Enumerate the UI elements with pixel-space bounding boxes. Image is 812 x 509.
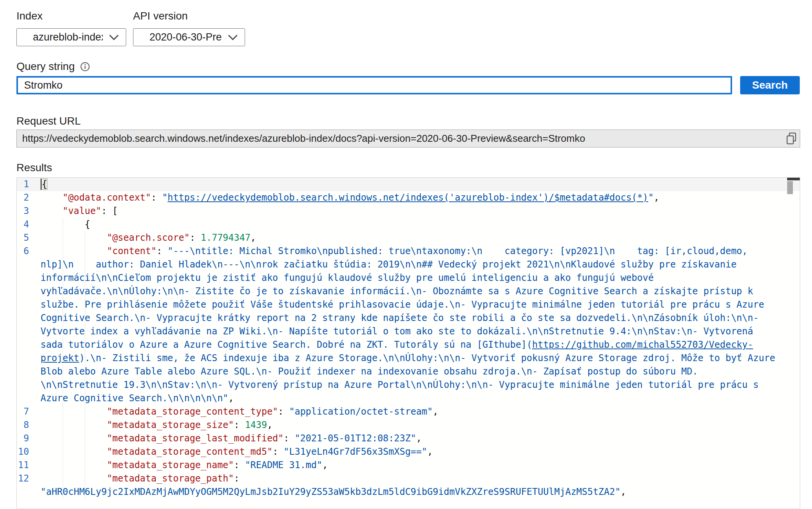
code-token: , <box>228 393 234 404</box>
search-button[interactable]: Search <box>740 76 800 94</box>
index-select-value: azureblob-index <box>33 31 103 43</box>
code-token: : <box>278 406 289 417</box>
code-token: "README 31.md" <box>245 460 322 470</box>
line-number: 7 <box>17 405 41 418</box>
code-line: 10 "metadata_storage_content_md5": "L31y… <box>17 445 800 459</box>
code-line: 5 "@search.score": 1.7794347, <box>17 231 800 245</box>
code-token: "metadata_storage_name" <box>107 460 234 470</box>
code-token: : <box>234 460 245 470</box>
code-token: "value" <box>63 206 101 216</box>
code-content: "metadata_storage_last_modified": "2021-… <box>41 432 800 445</box>
line-number: 11 <box>17 459 41 472</box>
code-line: 9 "metadata_storage_last_modified": "202… <box>17 432 800 445</box>
code-token: "application/octet-stream" <box>289 406 433 417</box>
api-version-select[interactable]: 2020-06-30-Pre... <box>133 28 245 46</box>
code-token: : <box>156 246 167 256</box>
results-editor[interactable]: 1{2 "@odata.context": "https://vedeckyde… <box>16 177 800 509</box>
code-token: { <box>85 219 90 230</box>
code-token: "@odata.context" <box>63 192 151 203</box>
copy-icon <box>786 132 797 145</box>
code-token: "2021-05-01T12:08:23Z" <box>295 433 416 444</box>
request-url-label: Request URL <box>16 115 81 127</box>
code-token: "metadata_storage_path" <box>107 473 234 484</box>
code-line: 2 "@odata.context": "https://vedeckydemo… <box>17 191 800 204</box>
code-token: , <box>427 446 432 457</box>
code-token: "content" <box>107 246 156 256</box>
query-string-label: Query string <box>16 60 75 73</box>
request-url-text: https://vedeckydemoblob.search.windows.n… <box>17 133 783 144</box>
code-token: "---\ntitle: Michal Stromko\npublished: … <box>41 246 770 350</box>
code-line: 8 "metadata_storage_size": 1439, <box>17 418 800 432</box>
query-input[interactable] <box>16 76 732 94</box>
scrollbar-thumb[interactable] <box>787 181 793 194</box>
info-icon[interactable] <box>80 62 90 71</box>
code-token: , <box>267 420 272 430</box>
code-content: "@search.score": 1.7794347, <box>41 231 800 245</box>
code-line: 3 "value": [ <box>17 204 800 218</box>
code-content: "metadata_storage_content_type": "applic… <box>41 405 800 418</box>
code-token: : <box>234 473 245 484</box>
line-number: 9 <box>17 432 41 445</box>
line-number: 2 <box>17 191 41 204</box>
code-token: : <box>273 446 284 457</box>
code-token: "metadata_storage_content_type" <box>107 406 278 417</box>
line-number: 1 <box>17 178 41 191</box>
code-content: "metadata_storage_size": 1439, <box>41 418 800 432</box>
code-line: 6 "content": "---\ntitle: Michal Stromko… <box>17 245 800 405</box>
api-version-label: API version <box>133 10 188 22</box>
code-link[interactable]: https://vedeckydemoblob.search.windows.n… <box>167 192 648 203</box>
index-label: Index <box>16 10 43 22</box>
request-url-bar[interactable]: https://vedeckydemoblob.search.windows.n… <box>16 130 800 148</box>
code-token: "aHR0cHM6Ly9jc2IxMDAzMjAwMDYyOGM5M2QyLmJ… <box>41 486 620 497</box>
results-label: Results <box>16 162 52 174</box>
line-number: 3 <box>17 204 41 218</box>
code-content: "metadata_storage_path": "aHR0cHM6Ly9jc2… <box>41 472 800 499</box>
code-token: "L31yeLn4Gr7dF56x3SmXSg==" <box>284 446 427 457</box>
index-select[interactable]: azureblob-index <box>16 28 126 46</box>
code-line: 1{ <box>17 178 800 191</box>
api-version-select-value: 2020-06-30-Pre... <box>149 31 222 43</box>
code-token: ).\n- Zistili sme, že ACS indexuje iba z… <box>41 353 781 404</box>
overview-ruler-mark <box>787 178 800 180</box>
code-token: , <box>416 433 422 444</box>
code-token: : <box>234 420 245 430</box>
line-number: 12 <box>17 472 41 499</box>
code-token: "metadata_storage_last_modified" <box>107 433 283 444</box>
query-string-label-row: Query string <box>16 60 90 73</box>
line-number: 10 <box>17 445 41 459</box>
code-token: , <box>433 406 438 417</box>
code-token: "metadata_storage_size" <box>107 420 234 430</box>
line-number: 8 <box>17 418 41 432</box>
code-content: "content": "---\ntitle: Michal Stromko\n… <box>41 245 800 405</box>
code-token: : <box>284 433 295 444</box>
code-token: 1439 <box>245 420 267 430</box>
code-line: 4 { <box>17 218 800 231</box>
line-number: 4 <box>17 218 41 231</box>
search-explorer-page: Index azureblob-index API version 2020-0… <box>0 0 812 509</box>
code-line: 11 "metadata_storage_name": "README 31.m… <box>17 459 800 472</box>
code-token: " <box>648 192 653 203</box>
code-content: "value": [ <box>41 204 800 218</box>
code-token: 1.7794347 <box>201 232 250 243</box>
chevron-down-icon <box>228 34 238 41</box>
line-number: 6 <box>17 245 41 405</box>
code-token: , <box>250 232 256 243</box>
copy-button[interactable] <box>783 130 800 147</box>
code-token: : <box>190 232 201 243</box>
code-content: { <box>41 218 800 231</box>
code-content: "metadata_storage_content_md5": "L31yeLn… <box>41 445 800 459</box>
code-token: " <box>162 192 167 203</box>
chevron-down-icon <box>109 34 119 41</box>
code-line: 7 "metadata_storage_content_type": "appl… <box>17 405 800 418</box>
code-token: , <box>620 486 626 497</box>
code-token: { <box>41 178 47 190</box>
code-token: "metadata_storage_content_md5" <box>107 446 272 457</box>
code-token: , <box>322 460 328 470</box>
code-token: : [ <box>101 206 118 216</box>
code-content: "@odata.context": "https://vedeckydemobl… <box>41 191 800 204</box>
line-number: 5 <box>17 231 41 245</box>
code-content: "metadata_storage_name": "README 31.md", <box>41 459 800 472</box>
results-code-lines: 1{2 "@odata.context": "https://vedeckyde… <box>17 178 800 499</box>
code-token: "@search.score" <box>107 232 190 243</box>
code-line: 12 "metadata_storage_path": "aHR0cHM6Ly9… <box>17 472 800 499</box>
